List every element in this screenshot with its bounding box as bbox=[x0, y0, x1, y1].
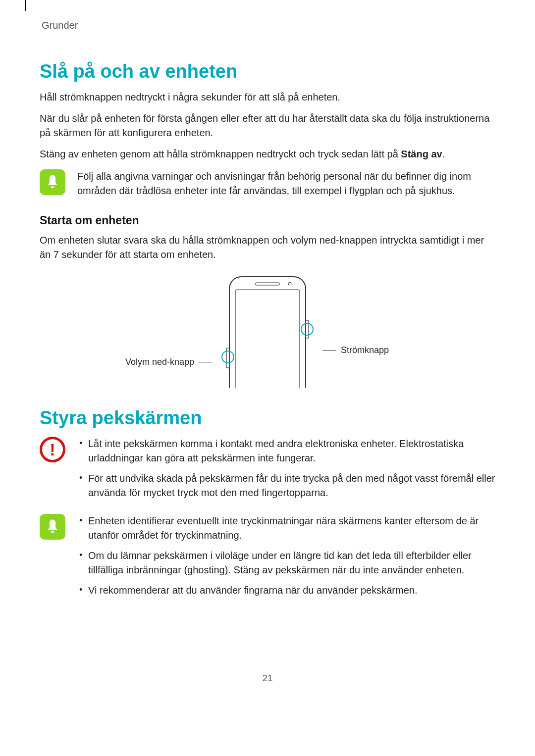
callout-line-left bbox=[199, 362, 213, 362]
list-item: Låt inte pekskärmen komma i kontakt med … bbox=[77, 437, 495, 465]
subheading-restart: Starta om enheten bbox=[40, 214, 495, 227]
para-power-off-bold: Stäng av bbox=[401, 149, 442, 159]
svg-rect-1 bbox=[235, 290, 300, 388]
section-title-power: Slå på och av enheten bbox=[40, 61, 495, 82]
para-restart: Om enheten slutar svara ska du hålla str… bbox=[40, 233, 495, 262]
list-item: Enheten identifierar eventuellt inte try… bbox=[77, 514, 495, 543]
list-item: Vi rekommenderar att du använder fingrar… bbox=[77, 583, 495, 598]
warning-icon: ! bbox=[40, 437, 65, 462]
page-top-mark bbox=[25, 0, 26, 11]
page-number: 21 bbox=[40, 673, 495, 684]
label-volume-down: Volym ned-knapp bbox=[125, 357, 194, 367]
phone-illustration bbox=[220, 274, 315, 388]
para-power-off: Stäng av enheten genom att hålla strömkn… bbox=[40, 147, 495, 161]
list-item: För att undvika skada på pekskärmen får … bbox=[77, 471, 495, 500]
info-bullet-list: Enheten identifierar eventuellt inte try… bbox=[77, 514, 495, 598]
bell-icon bbox=[40, 169, 65, 195]
callout-line-right bbox=[322, 350, 336, 351]
note-wireless-text: Följ alla angivna varningar och anvisnin… bbox=[77, 169, 495, 198]
warning-touchscreen: ! Låt inte pekskärmen komma i kontakt me… bbox=[40, 437, 495, 506]
label-power-button: Strömknapp bbox=[341, 345, 389, 355]
para-power-off-pre: Stäng av enheten genom att hålla strömkn… bbox=[40, 149, 401, 159]
para-power-on: Håll strömknappen nedtryckt i några seku… bbox=[40, 90, 495, 104]
list-item: Om du lämnar pekskärmen i viloläge under… bbox=[77, 549, 495, 577]
para-power-off-post: . bbox=[442, 149, 445, 159]
info-touchscreen: Enheten identifierar eventuellt inte try… bbox=[40, 514, 495, 604]
warning-bullet-list: Låt inte pekskärmen komma i kontakt med … bbox=[77, 437, 495, 500]
para-first-boot: När du slår på enheten för första gången… bbox=[40, 111, 495, 140]
bell-icon bbox=[40, 514, 65, 540]
note-wireless-restriction: Följ alla angivna varningar och anvisnin… bbox=[40, 169, 495, 198]
section-title-touchscreen: Styra pekskärmen bbox=[40, 407, 495, 429]
breadcrumb: Grunder bbox=[42, 20, 495, 31]
device-figure: Volym ned-knapp Strömknapp bbox=[40, 274, 495, 388]
